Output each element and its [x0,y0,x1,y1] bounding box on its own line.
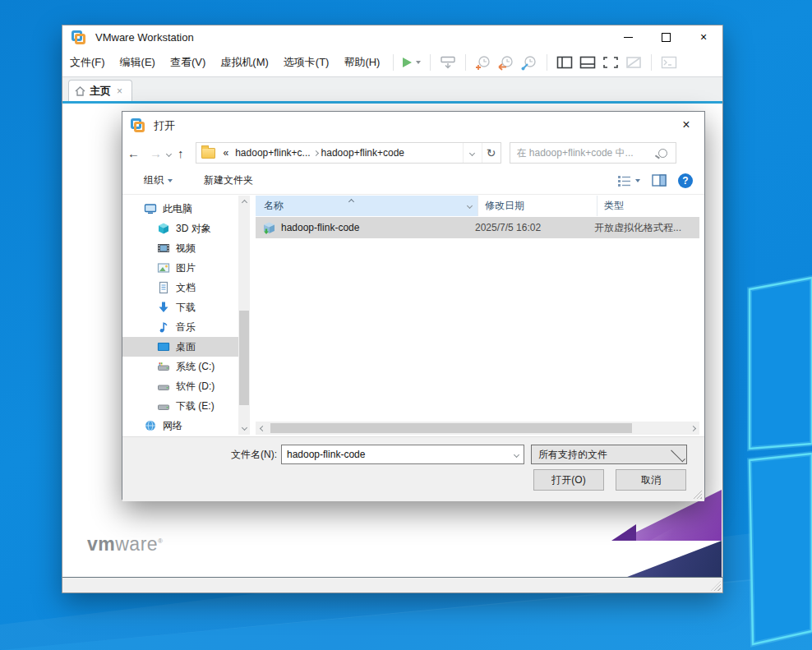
downloads-icon [157,301,170,314]
scrollbar-thumb[interactable] [239,311,249,405]
video-icon [157,242,170,255]
sidebar-item-music[interactable]: 音乐 [122,317,238,337]
scroll-down-icon[interactable] [238,423,250,435]
scroll-left-icon[interactable] [256,422,269,435]
address-dropdown-button[interactable] [463,143,482,163]
folder-icon [201,148,215,159]
filename-input[interactable] [282,448,509,461]
dialog-resize-grip[interactable] [693,490,702,499]
separator [465,54,466,71]
column-header-date[interactable]: 修改日期 [478,196,597,216]
fullscreen-button[interactable] [599,52,622,73]
file-row-selected[interactable]: hadoop-flink-code 2025/7/5 16:02 开放虚拟化格式… [256,217,699,238]
show-console-view-button[interactable] [576,52,599,73]
refresh-button[interactable]: ↻ [482,143,501,163]
column-header-type[interactable]: 类型 [597,196,699,216]
open-button[interactable]: 打开(O) [533,469,604,491]
sidebar-item-label: 视频 [176,242,196,256]
filetype-dropdown[interactable]: 所有支持的文件 [531,445,687,464]
sidebar-item-label: 桌面 [176,340,196,354]
chevron-down-icon [635,179,640,182]
pictures-icon [157,261,170,274]
minimize-button[interactable] [609,25,647,48]
address-bar[interactable]: « hadoop+flink+c... hadoop+flink+code ↻ [196,142,501,164]
scrollbar-thumb[interactable] [270,423,632,433]
revert-snapshot-button[interactable] [495,52,518,73]
tab-close-icon[interactable]: × [117,85,122,97]
organize-button[interactable]: 组织 [136,173,181,187]
sidebar-scrollbar[interactable] [238,196,250,435]
column-header-name[interactable]: 名称 [256,196,461,216]
dialog-title: 打开 [154,118,175,133]
window-controls: × [609,25,722,48]
breadcrumb-parent[interactable]: hadoop+flink+c... [232,147,313,159]
manage-snapshots-button[interactable] [518,52,541,73]
search-box [510,142,676,164]
open-dialog: 打开 × ← → ↑ « hadoop+flink+c... hadoop+fl… [122,111,705,500]
filename-dropdown-button[interactable] [509,453,524,457]
cancel-button[interactable]: 取消 [616,469,686,491]
sidebar-item-drive-e[interactable]: 下载 (E:) [122,396,238,416]
vmware-logo-bold: vm [87,533,115,555]
sidebar-item-3d-objects[interactable]: 3D 对象 [122,219,238,238]
column-filter-button[interactable] [461,196,478,216]
sidebar-item-documents[interactable]: 文档 [122,278,238,297]
dialog-footer: 文件名(N): 所有支持的文件 打开(O) 取消 [122,436,704,501]
preview-pane-button[interactable] [652,174,667,187]
recent-locations-chevron-icon[interactable] [166,150,172,156]
keyboard-send-icon [440,56,456,70]
window-title: VMware Workstation [95,31,194,44]
vmware-app-icon [72,30,85,44]
sidebar-item-drive-c[interactable]: 系统 (C:) [122,357,238,376]
new-folder-label: 新建文件夹 [204,173,253,187]
back-button[interactable]: ← [122,146,145,160]
snapshot-manage-icon [521,55,537,71]
change-view-button[interactable] [617,175,640,187]
take-snapshot-button[interactable] [472,52,495,73]
scroll-up-icon[interactable] [238,196,250,207]
tab-home[interactable]: 主页 × [68,80,132,102]
maximize-button[interactable] [647,25,685,48]
sidebar-item-drive-d[interactable]: 软件 (D:) [122,376,238,396]
sidebar-item-desktop[interactable]: 桌面 [122,337,238,357]
fullscreen-icon [602,56,619,69]
cube-icon [157,222,170,235]
dialog-close-button[interactable]: × [668,112,704,137]
show-library-button[interactable] [553,52,576,73]
search-input[interactable] [510,147,658,159]
search-icon[interactable] [658,149,667,158]
menu-vm[interactable]: 虚拟机(M) [213,48,276,76]
dialog-nav-row: ← → ↑ « hadoop+flink+c... hadoop+flink+c… [122,139,704,167]
menu-edit[interactable]: 编辑(E) [113,48,163,76]
menu-tabs[interactable]: 选项卡(T) [276,48,337,76]
vmware-logo-reg: ® [158,537,163,545]
menu-view[interactable]: 查看(V) [163,48,213,76]
sidebar-item-pictures[interactable]: 图片 [122,258,238,278]
window-resize-grip[interactable] [711,581,721,591]
list-horizontal-scrollbar[interactable] [256,422,699,435]
send-ctrl-alt-del-button[interactable] [436,52,459,73]
forward-button[interactable]: → [145,146,167,160]
breadcrumb-overflow[interactable]: « [220,147,233,159]
console-button[interactable] [657,52,681,73]
menu-help[interactable]: 帮助(H) [336,48,387,76]
new-folder-button[interactable]: 新建文件夹 [196,173,261,187]
sidebar-item-network[interactable]: 网络 [122,416,238,436]
sort-ascending-icon [349,195,353,206]
file-date: 2025/7/5 16:02 [468,222,588,233]
up-button[interactable]: ↑ [173,146,189,160]
unity-mode-button[interactable] [622,52,645,73]
help-button[interactable]: ? [678,173,693,188]
sidebar-item-this-pc[interactable]: 此电脑 [122,199,238,219]
file-name: hadoop-flink-code [281,222,468,233]
scroll-right-icon[interactable] [686,422,699,435]
menu-file[interactable]: 文件(F) [62,48,113,76]
breadcrumb-current[interactable]: hadoop+flink+code [318,147,408,159]
sidebar-item-videos[interactable]: 视频 [122,238,238,258]
sidebar-item-downloads[interactable]: 下载 [122,297,238,317]
close-button[interactable]: × [685,25,722,48]
dialog-toolbar: 组织 新建文件夹 [122,167,704,195]
power-on-button[interactable] [399,52,424,73]
separator [547,54,547,71]
sidebar-item-label: 下载 (E:) [176,399,215,413]
